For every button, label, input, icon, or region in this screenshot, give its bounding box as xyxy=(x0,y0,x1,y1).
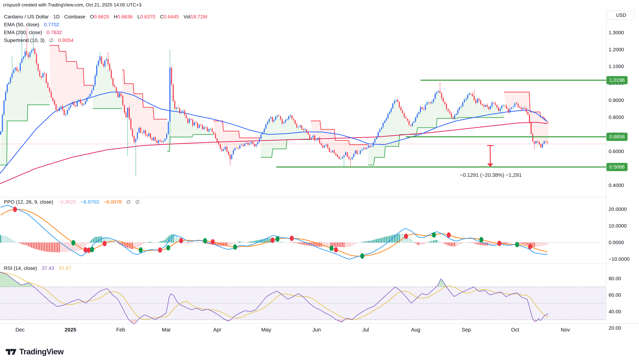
ema200-value: 0.7632 xyxy=(47,30,62,35)
high-value: 0.6636 xyxy=(117,14,133,20)
rsi-value: 37.43 xyxy=(42,266,54,271)
rsi-panel-divider[interactable] xyxy=(0,264,639,264)
price-axis-tick: 1.3000 xyxy=(609,30,624,36)
time-axis-label: 2025 xyxy=(65,327,76,333)
ppo-empty-icon: ∅ xyxy=(126,199,131,205)
close-label: C xyxy=(160,14,164,20)
rsi-axis-tick: 80.00 xyxy=(609,276,621,282)
symbol-name[interactable]: Cardano / US Dollar xyxy=(4,14,49,20)
tradingview-watermark[interactable]: TradingView xyxy=(5,347,64,356)
tradingview-logo-icon xyxy=(5,348,17,356)
time-axis-label: Sep xyxy=(462,327,471,333)
time-axis-divider xyxy=(0,323,639,324)
ppo-hist-value: −0.9625 xyxy=(58,199,76,205)
low-label: L xyxy=(137,14,140,20)
time-axis-label: Jun xyxy=(312,327,321,333)
ema50-value: 0.7702 xyxy=(44,22,59,27)
price-axis-tick: 0.8000 xyxy=(609,114,624,120)
time-axis-label: Nov xyxy=(561,327,570,333)
main-legend: Cardano / US Dollar·1D·Coinbase O0.6625 … xyxy=(4,13,207,44)
legend-separator: · xyxy=(49,14,53,20)
ppo-axis-tick: 20.0000 xyxy=(609,206,627,212)
ema50-legend-row[interactable]: EMA (50, close) 0.7702 xyxy=(4,21,207,28)
ema50-label[interactable]: EMA (50, close) xyxy=(4,22,39,27)
rsi-label[interactable]: RSI (14, close) xyxy=(4,266,37,271)
open-value: 0.6625 xyxy=(94,14,109,20)
ppo-signal-value: −6.0078 xyxy=(104,199,122,205)
measurement-annotation: −0.1291 (−20.38%) −1,291 xyxy=(460,172,522,178)
ppo-axis-tick: −10.0000 xyxy=(609,256,630,262)
time-axis-label: Mar xyxy=(162,327,171,333)
price-axis-tick: 1.2000 xyxy=(609,47,624,52)
volume-value: 18.72M xyxy=(191,14,207,20)
price-axis-tick: 0.9000 xyxy=(609,98,624,103)
time-axis-label: Feb xyxy=(116,327,125,333)
open-label: O xyxy=(90,14,94,20)
rsi-ma-value: 37.67 xyxy=(59,266,71,271)
supertrend-empty-icon: ∅ xyxy=(49,38,54,43)
ppo-line-value: −6.9703 xyxy=(81,199,99,205)
low-value: 0.6370 xyxy=(140,14,156,20)
price-level-badge: 1.0196 xyxy=(606,76,627,84)
timeframe-label[interactable]: 1D xyxy=(53,14,60,20)
tradingview-chart-page: crispus9 created with TradingView.com, O… xyxy=(0,0,639,364)
rsi-axis-tick: 60.00 xyxy=(609,292,621,298)
ema200-legend-row[interactable]: EMA (200, close) 0.7632 xyxy=(4,28,207,36)
time-axis-label: Dec xyxy=(15,327,25,333)
price-axis-tick: 0.6000 xyxy=(609,148,624,154)
ema200-label[interactable]: EMA (200, close) xyxy=(4,30,42,35)
time-axis-label: Apr xyxy=(213,327,221,333)
supertrend-value: 0.8054 xyxy=(58,38,74,43)
legend-separator: · xyxy=(60,14,64,20)
tradingview-logo-text: TradingView xyxy=(19,347,64,356)
price-level-badge: 0.5086 xyxy=(606,163,627,171)
rsi-axis-tick: 20.00 xyxy=(609,325,621,331)
chart-canvas[interactable]: −0.1291 (−20.38%) −1,291 xyxy=(0,0,639,364)
ppo-label[interactable]: PPO (12, 26, 9, close) xyxy=(4,199,53,205)
time-axis-label: Oct xyxy=(511,327,519,333)
supertrend-label[interactable]: Supertrend (10, 3) xyxy=(4,38,45,43)
symbol-legend-row[interactable]: Cardano / US Dollar·1D·Coinbase O0.6625 … xyxy=(4,13,207,21)
volume-label: Vol xyxy=(184,14,191,20)
close-value: 0.6445 xyxy=(164,14,179,20)
ppo-axis-tick: 0.0000 xyxy=(609,240,624,246)
ppo-empty-icon: ∅ xyxy=(135,199,140,205)
ppo-axis-tick: 10.0000 xyxy=(609,223,627,229)
price-axis-tick: 1.1000 xyxy=(609,64,624,69)
ppo-panel-divider[interactable] xyxy=(0,197,639,197)
rsi-legend-row[interactable]: RSI (14, close) 37.43 37.67 xyxy=(4,266,71,271)
exchange-label: Coinbase xyxy=(64,14,85,20)
ppo-legend-row[interactable]: PPO (12, 26, 9, close) −0.9625 −6.9703 −… xyxy=(4,199,140,205)
currency-toggle-button[interactable]: USD xyxy=(607,11,635,20)
price-level-badge: 0.6858 xyxy=(606,133,627,141)
supertrend-legend-row[interactable]: Supertrend (10, 3) ∅ 0.8054 xyxy=(4,36,207,44)
time-axis-label: Aug xyxy=(411,327,420,333)
high-label: H xyxy=(114,14,117,20)
price-axis-tick: 0.4000 xyxy=(609,182,624,188)
time-axis-label: May xyxy=(261,327,271,333)
rsi-axis-tick: 40.00 xyxy=(609,309,621,314)
time-axis-label: Jul xyxy=(362,327,369,333)
